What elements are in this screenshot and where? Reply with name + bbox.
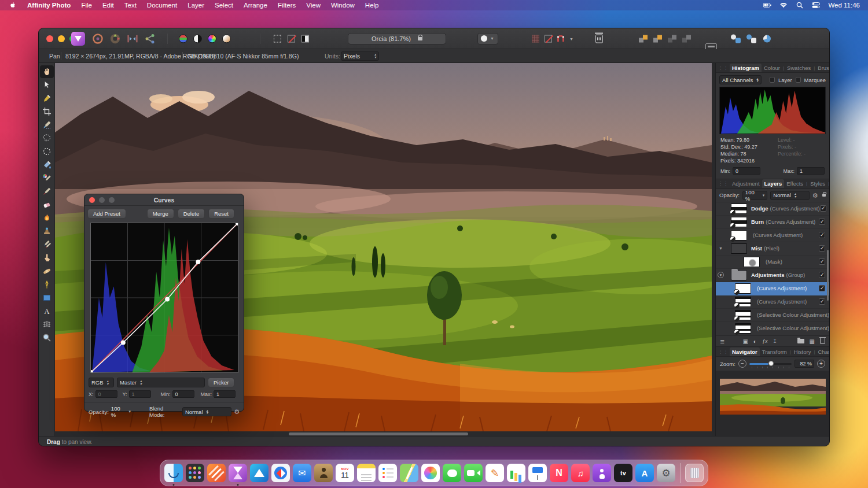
layer-thumbnail[interactable] xyxy=(744,257,760,267)
dock-affinity-designer-icon[interactable] xyxy=(250,464,269,482)
pen-tool[interactable] xyxy=(40,278,54,291)
channel-select[interactable]: All Channels ▴▾ xyxy=(719,75,762,84)
layers-blend-mode-select[interactable]: Normal▴▾ xyxy=(770,191,809,200)
menu-arrange[interactable]: Arrange xyxy=(238,2,273,9)
layer-checkbox[interactable] xyxy=(770,77,775,83)
freehand-selection-tool[interactable] xyxy=(40,132,54,145)
tab-layers[interactable]: Layers xyxy=(762,179,785,188)
max-input[interactable]: 1 xyxy=(797,167,825,175)
panel-drag-icon[interactable]: ⋮⋮ xyxy=(718,349,729,354)
reset-button[interactable]: Reset xyxy=(208,209,234,219)
menu-window[interactable]: Window xyxy=(326,2,360,9)
dialog-close-button[interactable] xyxy=(89,197,95,203)
rectangle-tool[interactable] xyxy=(40,291,54,304)
mask-layer-icon[interactable]: ▣ xyxy=(742,338,748,345)
colour-picker-tool[interactable] xyxy=(40,92,54,105)
quick-mask-icon[interactable] xyxy=(301,35,309,42)
spotlight-search-icon[interactable] xyxy=(796,2,804,9)
close-window-button[interactable] xyxy=(46,35,53,42)
develop-persona-icon[interactable] xyxy=(109,33,121,45)
delete-button[interactable]: Delete xyxy=(178,209,205,219)
curves-target-select[interactable]: Master▴▾ xyxy=(117,378,205,387)
selection-brush-tool[interactable] xyxy=(40,119,54,131)
tab-histogram[interactable]: Histogram xyxy=(730,64,762,72)
colour-replacement-brush-tool[interactable] xyxy=(40,238,54,251)
tab-swatches[interactable]: Swatches xyxy=(785,64,813,72)
minimize-window-button[interactable] xyxy=(58,35,65,42)
curves-blend-mode-select[interactable]: Normal▴▾ xyxy=(182,407,231,416)
liquify-persona-icon[interactable] xyxy=(92,33,104,45)
layer-row-adjustments-group[interactable]: ▼ Adjustments(Group) xyxy=(716,269,829,282)
move-tool[interactable] xyxy=(40,79,54,91)
expand-arrow-icon[interactable]: ▼ xyxy=(718,272,724,278)
geometry-subtract-icon[interactable] xyxy=(746,34,756,43)
layer-thumbnail[interactable] xyxy=(735,310,751,320)
layer-row-curves-selected[interactable]: (Curves Adjustment) xyxy=(716,282,829,295)
mesh-warp-tool[interactable] xyxy=(40,318,54,331)
pixel-grid-icon[interactable] xyxy=(532,35,539,42)
curves-min-input[interactable]: 0 xyxy=(172,390,194,398)
horizontal-scrollbar[interactable] xyxy=(55,431,712,436)
eraser-tool[interactable] xyxy=(40,198,54,211)
dock-facetime-icon[interactable] xyxy=(464,464,483,482)
text-tool[interactable]: A xyxy=(40,305,54,317)
new-group-icon[interactable] xyxy=(797,339,804,343)
zoom-in-button[interactable]: + xyxy=(817,360,825,368)
layer-stack-icon[interactable]: ≣ xyxy=(720,338,724,345)
delete-layer-icon[interactable] xyxy=(820,338,825,344)
tab-styles[interactable]: Styles xyxy=(808,179,827,188)
curves-opacity-value[interactable]: 100 % xyxy=(111,405,127,418)
view-mode-button[interactable]: ▼ xyxy=(477,33,498,45)
dock-music-icon[interactable] xyxy=(571,464,590,482)
zoom-slider-thumb[interactable] xyxy=(768,361,774,366)
geometry-add-icon[interactable] xyxy=(731,34,741,43)
apple-menu-icon[interactable] xyxy=(9,2,16,9)
dialog-zoom-button[interactable] xyxy=(109,197,115,203)
geometry-divide-icon[interactable] xyxy=(762,34,772,43)
tab-brushes[interactable]: Brushes xyxy=(815,64,830,72)
dock-system-preferences-icon[interactable] xyxy=(657,464,675,482)
auto-contrast-icon[interactable] xyxy=(193,34,202,43)
dock-news-icon[interactable] xyxy=(550,464,568,482)
dock-podcasts-icon[interactable] xyxy=(593,464,611,482)
wifi-icon[interactable] xyxy=(779,2,788,9)
lock-icon[interactable] xyxy=(822,194,826,197)
units-select[interactable]: Pixels ▴▾ xyxy=(341,51,379,61)
layer-row-selective-colour[interactable]: (Selective Colour Adjustment) xyxy=(716,309,829,322)
add-preset-button[interactable]: Add Preset xyxy=(87,209,126,219)
layer-effects-icon[interactable]: ƒx xyxy=(762,338,768,344)
tab-effects[interactable]: Effects xyxy=(784,179,806,188)
dock-app-store-icon[interactable] xyxy=(635,464,654,482)
new-selection-icon[interactable] xyxy=(274,35,281,42)
dock-keynote-icon[interactable] xyxy=(528,464,547,482)
layer-thumbnail[interactable] xyxy=(731,230,747,241)
chevron-down-icon[interactable]: ▼ xyxy=(569,36,573,40)
layer-row-curves[interactable]: (Curves Adjustment) xyxy=(716,229,829,242)
gear-icon[interactable]: ⚙ xyxy=(234,409,240,415)
dock-tv-icon[interactable]: tv xyxy=(614,464,632,482)
tab-colour[interactable]: Colour xyxy=(762,64,782,72)
layer-visibility-checkbox[interactable] xyxy=(819,232,825,238)
layer-visibility-checkbox[interactable] xyxy=(819,258,825,265)
assistant-icon[interactable] xyxy=(595,34,603,43)
menu-layer[interactable]: Layer xyxy=(182,2,209,9)
layer-visibility-checkbox[interactable] xyxy=(819,285,825,291)
curves-max-input[interactable]: 1 xyxy=(214,390,236,398)
layer-row-selective-colour-2[interactable]: (Selective Colour Adjustment) xyxy=(716,322,829,335)
layer-visibility-checkbox[interactable] xyxy=(819,298,825,305)
scrollbar-thumb[interactable] xyxy=(289,432,468,435)
layer-row-mask[interactable]: (Mask) xyxy=(716,256,829,269)
paint-brush-tool[interactable] xyxy=(40,172,54,184)
tab-adjustment[interactable]: Adjustment xyxy=(730,179,762,188)
layer-thumbnail[interactable] xyxy=(735,283,751,294)
layer-row-burn[interactable]: Burn(Curves Adjustment) xyxy=(716,216,829,229)
curves-channel-select[interactable]: RGB▴▾ xyxy=(89,378,114,387)
zoom-slider[interactable] xyxy=(749,363,792,365)
dock-notes-icon[interactable] xyxy=(357,464,376,482)
dock-affinity-photo-icon[interactable] xyxy=(229,464,247,482)
layer-thumbnail[interactable] xyxy=(731,243,747,254)
move-backward-icon[interactable] xyxy=(667,34,677,43)
dock-trash-icon[interactable] xyxy=(685,464,704,482)
layer-row-mist[interactable]: ▼ Mist(Pixel) xyxy=(716,242,829,256)
clone-stamp-tool[interactable] xyxy=(40,225,54,238)
